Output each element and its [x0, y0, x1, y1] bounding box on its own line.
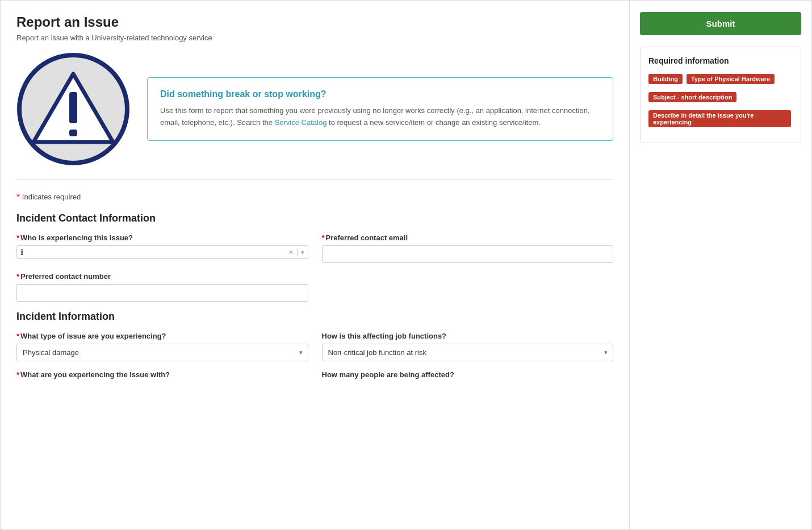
people-affected-label-group: How many people are being affected?	[322, 370, 614, 379]
contact-section-title: Incident Contact Information	[16, 212, 613, 224]
badge-building: Building	[648, 74, 683, 84]
incident-section-title: Incident Information	[16, 311, 613, 323]
who-input-wrapper[interactable]: ℹ × ▾	[16, 245, 308, 259]
hero-section: Did something break or stop working? Use…	[16, 52, 613, 180]
incident-row-1: *What type of issue are you experiencing…	[16, 332, 613, 361]
phone-field-group: *Preferred contact number	[16, 272, 308, 302]
issue-type-select-wrapper[interactable]: Physical damage ▾	[16, 344, 308, 361]
required-info-title: Required information	[648, 56, 793, 65]
who-info-icon: ℹ	[20, 248, 23, 257]
issue-type-select[interactable]: Physical damage	[16, 344, 308, 361]
info-box-title: Did something break or stop working?	[160, 89, 600, 99]
required-note: *Indicates required	[16, 191, 613, 201]
badges-row-3: Describe in detail the issue you're expe…	[648, 108, 793, 129]
svg-rect-2	[69, 92, 77, 123]
job-function-select-wrapper[interactable]: Non-critical job function at risk ▾	[322, 344, 614, 361]
warning-icon	[16, 52, 130, 166]
issue-type-label: *What type of issue are you experiencing…	[16, 332, 308, 340]
info-box-text: Use this form to report that something y…	[160, 105, 600, 129]
badge-describe: Describe in detail the issue you're expe…	[648, 110, 791, 127]
badges-row-2: Subject - short description	[648, 90, 793, 104]
phone-label: *Preferred contact number	[16, 272, 308, 281]
badge-hardware-type: Type of Physical Hardware	[687, 74, 775, 84]
phone-input[interactable]	[16, 284, 308, 302]
submit-button[interactable]: Submit	[640, 12, 801, 35]
who-dropdown-icon[interactable]: ▾	[297, 249, 304, 256]
contact-row-1: *Who is experiencing this issue? ℹ × ▾ *…	[16, 233, 613, 263]
job-function-group: How is this affecting job functions? Non…	[322, 332, 614, 361]
info-box: Did something break or stop working? Use…	[147, 77, 613, 141]
page-subtitle: Report an issue with a University-relate…	[16, 34, 613, 42]
issue-with-label-group: *What are you experiencing the issue wit…	[16, 370, 308, 379]
who-input[interactable]	[27, 248, 285, 257]
service-catalog-link[interactable]: Service Catalog	[275, 118, 327, 127]
issue-type-group: *What type of issue are you experiencing…	[16, 332, 308, 361]
page-title: Report an Issue	[16, 14, 613, 30]
contact-row-2: *Preferred contact number	[16, 272, 613, 302]
email-field-group: *Preferred contact email	[322, 233, 614, 263]
email-input[interactable]	[322, 245, 614, 263]
job-function-label: How is this affecting job functions?	[322, 332, 614, 340]
email-label: *Preferred contact email	[322, 233, 614, 242]
who-clear-icon[interactable]: ×	[288, 248, 293, 257]
badges-row-1: Building Type of Physical Hardware	[648, 72, 793, 86]
bottom-labels-row: *What are you experiencing the issue wit…	[16, 370, 613, 379]
required-star-indicator: *	[16, 191, 20, 201]
sidebar: Submit Required information Building Typ…	[630, 1, 811, 529]
job-function-select[interactable]: Non-critical job function at risk	[322, 344, 614, 361]
badge-subject: Subject - short description	[648, 92, 736, 102]
who-label: *Who is experiencing this issue?	[16, 233, 308, 242]
who-field-group: *Who is experiencing this issue? ℹ × ▾	[16, 233, 308, 263]
required-info-box: Required information Building Type of Ph…	[640, 47, 801, 143]
svg-rect-3	[69, 130, 77, 136]
